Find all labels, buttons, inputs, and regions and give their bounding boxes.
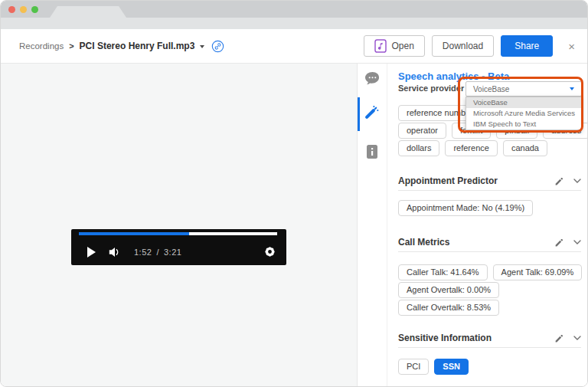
download-button-label: Download (443, 41, 483, 51)
section-divider (398, 347, 581, 348)
call-metrics-chips-row-2: Agent Overtalk: 0.00% (398, 282, 499, 298)
browser-toolbar (1, 18, 587, 29)
section-header-icons (554, 333, 581, 343)
section-header-icons (554, 238, 581, 248)
section-title: Call Metrics (398, 237, 449, 248)
section-header-sensitive: Sensitive Information (398, 333, 581, 343)
breadcrumb-recordings[interactable]: Recordings (19, 41, 64, 51)
breadcrumb-filename: PCI Stereo Henry Full.mp3 (80, 41, 195, 51)
analytics-tab[interactable] (358, 103, 387, 120)
time-separator: / (156, 248, 159, 257)
collapse-button[interactable] (573, 240, 581, 244)
agent-talk-chip[interactable]: Agent Talk: 69.09% (493, 264, 583, 280)
service-provider-menu: VoiceBase Microsoft Azure Media Services… (466, 97, 582, 130)
gear-icon (263, 245, 276, 258)
keyword-chip[interactable]: operator (398, 123, 446, 139)
document-info-icon (366, 144, 378, 159)
section-divider (398, 190, 581, 191)
player-settings-button[interactable] (263, 245, 276, 258)
minimize-window-button[interactable] (20, 6, 27, 13)
section-header-icons (554, 176, 581, 186)
volume-icon (108, 246, 122, 258)
volume-button[interactable] (108, 246, 122, 258)
current-time: 1:52 (134, 248, 152, 257)
chevron-down-icon (570, 87, 574, 90)
copy-link-button[interactable] (211, 40, 224, 53)
appointment-made-chip[interactable]: Appointment Made: No (4.19%) (398, 200, 533, 216)
caller-overtalk-chip[interactable]: Caller Overtalk: 8.53% (398, 300, 499, 316)
panel-icon-rail (358, 64, 387, 387)
pencil-icon (554, 333, 564, 343)
section-divider (398, 251, 581, 252)
time-display: 1:52/3:21 (132, 248, 184, 257)
app-window: Recordings > PCI Stereo Henry Full.mp3 O… (0, 0, 588, 387)
call-metrics-chips-row-3: Caller Overtalk: 8.53% (398, 300, 499, 316)
panel-title: Speech analytics - Beta (398, 71, 509, 82)
keywords-row-3: dollars reference canada (398, 140, 547, 156)
audio-player: 1:52/3:21 (71, 229, 286, 265)
sensitive-chips: PCI SSN (398, 359, 469, 375)
chevron-down-icon (573, 336, 581, 340)
call-metrics-chips-row-1: Caller Talk: 41.64% Agent Talk: 69.09% (398, 264, 582, 280)
keyword-chip[interactable]: reference (445, 140, 497, 156)
analytics-panel: Speech analytics - Beta Service provider… (387, 64, 587, 387)
menu-item-ibm[interactable]: IBM Speech to Text (466, 119, 581, 130)
media-stage: 1:52/3:21 (1, 64, 358, 387)
link-icon (211, 40, 224, 53)
close-icon[interactable]: × (568, 41, 575, 52)
zoom-window-button[interactable] (31, 6, 38, 13)
main-content: 1:52/3:21 (1, 64, 587, 387)
file-menu-caret-icon[interactable] (200, 45, 204, 48)
close-window-button[interactable] (8, 6, 15, 13)
browser-tab[interactable] (50, 6, 126, 18)
header-actions: Open Download Share × (364, 35, 575, 57)
appointment-chips: Appointment Made: No (4.19%) (398, 200, 533, 216)
open-button[interactable]: Open (364, 35, 424, 57)
section-header-call-metrics: Call Metrics (398, 237, 581, 248)
comments-tab[interactable] (358, 71, 387, 86)
collapse-button[interactable] (573, 179, 581, 183)
total-time: 3:21 (164, 248, 181, 257)
agent-overtalk-chip[interactable]: Agent Overtalk: 0.00% (398, 282, 499, 298)
collapse-button[interactable] (573, 336, 581, 340)
share-button[interactable]: Share (501, 35, 553, 57)
pencil-icon (554, 238, 564, 248)
caller-talk-chip[interactable]: Caller Talk: 41.64% (398, 264, 488, 280)
speech-bubble-icon (364, 71, 381, 86)
chevron-down-icon (573, 179, 581, 183)
info-tab[interactable] (358, 144, 387, 159)
pencil-icon (554, 176, 564, 186)
audio-file-icon (374, 39, 387, 53)
player-controls: 1:52/3:21 (71, 238, 286, 265)
edit-button[interactable] (554, 333, 564, 343)
keyword-chip[interactable]: dollars (398, 140, 439, 156)
ssn-chip[interactable]: SSN (434, 359, 469, 375)
window-titlebar (1, 1, 587, 18)
section-header-appointment: Appointment Predictor (398, 175, 581, 186)
breadcrumb-separator: > (69, 41, 74, 51)
keyword-chip[interactable]: canada (503, 140, 547, 156)
service-provider-selected-value: VoiceBase (473, 85, 509, 93)
section-title: Sensitive Information (398, 333, 492, 343)
app-header: Recordings > PCI Stereo Henry Full.mp3 O… (1, 29, 587, 64)
open-button-label: Open (391, 41, 413, 51)
menu-item-azure[interactable]: Microsoft Azure Media Services (466, 108, 581, 119)
download-button[interactable]: Download (432, 35, 494, 57)
edit-button[interactable] (554, 176, 564, 186)
pci-chip[interactable]: PCI (398, 359, 429, 375)
service-provider-select[interactable]: VoiceBase (466, 81, 582, 97)
service-provider-label: Service provider (398, 84, 464, 93)
section-title: Appointment Predictor (398, 175, 498, 186)
play-button[interactable] (87, 247, 96, 257)
edit-button[interactable] (554, 238, 564, 248)
share-button-label: Share (514, 41, 539, 51)
seek-bar[interactable] (79, 232, 277, 235)
seek-bar-progress (79, 232, 189, 235)
menu-item-voicebase[interactable]: VoiceBase (466, 97, 581, 108)
magic-wand-icon (364, 103, 381, 120)
chevron-down-icon (573, 240, 581, 244)
